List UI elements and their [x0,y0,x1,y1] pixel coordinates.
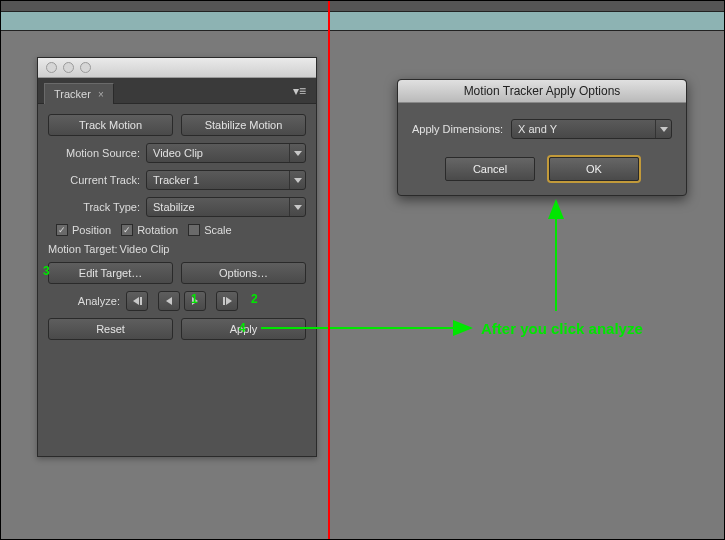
tracker-panel: Tracker × ▾≡ Track Motion Stabilize Moti… [37,57,317,457]
motion-target-value: Video Clip [120,243,170,255]
track-type-dropdown[interactable]: Stabilize [146,197,306,217]
checkbox-icon [188,224,200,236]
analyze-step-forward-button[interactable] [216,291,238,311]
tab-tracker[interactable]: Tracker × [44,83,114,104]
checkbox-icon [56,224,68,236]
apply-options-dialog: Motion Tracker Apply Options Apply Dimen… [397,79,687,196]
motion-source-dropdown[interactable]: Video Clip [146,143,306,163]
position-label: Position [72,224,111,236]
zoom-window-icon[interactable] [80,62,91,73]
analyze-label: Analyze: [48,295,126,307]
apply-dimensions-value: X and Y [512,123,655,135]
reset-button[interactable]: Reset [48,318,173,340]
apply-dimensions-label: Apply Dimensions: [412,123,503,135]
tab-close-icon[interactable]: × [98,89,104,100]
tracker-panel-body: Track Motion Stabilize Motion Motion Sou… [38,104,316,357]
track-motion-button[interactable]: Track Motion [48,114,173,136]
motion-source-value: Video Clip [147,147,289,159]
chevron-down-icon [289,171,305,189]
current-track-label: Current Track: [48,174,146,186]
chevron-down-icon [655,120,671,138]
ok-button[interactable]: OK [549,157,639,181]
frame-top-teal [1,11,724,31]
rotation-checkbox[interactable]: Rotation [121,224,178,236]
red-divider-line [328,1,330,539]
track-type-value: Stabilize [147,201,289,213]
panel-menu-icon[interactable]: ▾≡ [289,84,310,98]
motion-target-label: Motion Target: [48,243,118,255]
panel-titlebar[interactable] [38,58,316,78]
motion-source-label: Motion Source: [48,147,146,159]
rotation-label: Rotation [137,224,178,236]
chevron-down-icon [289,144,305,162]
position-checkbox[interactable]: Position [56,224,111,236]
current-track-dropdown[interactable]: Tracker 1 [146,170,306,190]
checkbox-icon [121,224,133,236]
cancel-button[interactable]: Cancel [445,157,535,181]
dialog-title: Motion Tracker Apply Options [398,80,686,103]
minimize-window-icon[interactable] [63,62,74,73]
analyze-forward-button[interactable] [184,291,206,311]
analyze-step-back-button[interactable] [126,291,148,311]
tab-label: Tracker [54,88,91,100]
track-type-label: Track Type: [48,201,146,213]
apply-dimensions-dropdown[interactable]: X and Y [511,119,672,139]
apply-button[interactable]: Apply [181,318,306,340]
annotation-after-text: After you click analyze [481,320,643,337]
tab-bar: Tracker × ▾≡ [38,78,316,104]
scale-label: Scale [204,224,232,236]
analyze-back-button[interactable] [158,291,180,311]
edit-target-button[interactable]: Edit Target… [48,262,173,284]
current-track-value: Tracker 1 [147,174,289,186]
options-button[interactable]: Options… [181,262,306,284]
stabilize-motion-button[interactable]: Stabilize Motion [181,114,306,136]
close-window-icon[interactable] [46,62,57,73]
chevron-down-icon [289,198,305,216]
scale-checkbox[interactable]: Scale [188,224,232,236]
frame-top-dark [1,1,724,11]
